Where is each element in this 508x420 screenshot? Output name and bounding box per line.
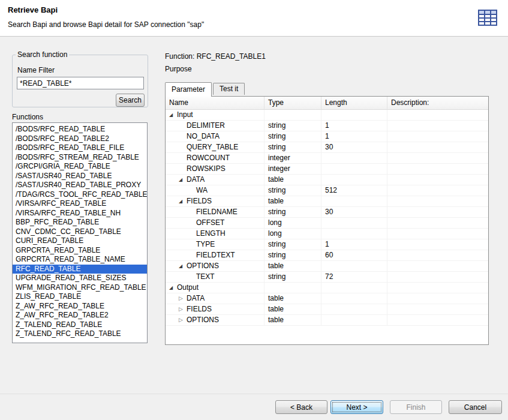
parameter-row[interactable]: OFFSETlong bbox=[166, 218, 488, 229]
parameter-description bbox=[387, 164, 488, 174]
function-list-item-selected[interactable]: RFC_READ_TABLE bbox=[13, 265, 147, 274]
parameter-row[interactable]: DELIMITERstring1 bbox=[166, 121, 488, 131]
function-list-item[interactable]: Z_AW_RFC_READ_TABLE bbox=[13, 302, 147, 311]
parameter-name: FIELDS bbox=[187, 196, 212, 206]
column-header-length[interactable]: Length bbox=[321, 97, 387, 109]
parameter-description bbox=[387, 272, 488, 282]
parameter-description bbox=[387, 293, 488, 304]
function-list-item[interactable]: /SAST/USR40_READ_TABLE_PROXY bbox=[13, 181, 147, 190]
function-list-item[interactable]: WFM_MIGRATION_RFC_READ_TABLE bbox=[13, 283, 147, 293]
parameter-row[interactable]: ▷DATAtable bbox=[166, 293, 488, 304]
function-list-item[interactable]: /BODS/RFC_READ_TABLE_FILE bbox=[13, 143, 147, 153]
parameter-description bbox=[387, 121, 488, 131]
finish-button[interactable]: Finish bbox=[390, 400, 442, 414]
expanded-arrow-icon[interactable]: ◢ bbox=[179, 199, 187, 204]
parameter-row[interactable]: TYPEstring1 bbox=[166, 239, 488, 250]
parameter-row[interactable]: ◢FIELDStable bbox=[166, 196, 488, 207]
function-list-item[interactable]: Z_TALEND_RFC_READ_TABLE bbox=[13, 329, 147, 339]
function-list-item[interactable]: Z_TALEND_READ_TABLE bbox=[13, 320, 147, 330]
back-button[interactable]: < Back bbox=[275, 400, 327, 414]
next-button[interactable]: Next > bbox=[330, 400, 383, 414]
parameter-type: string bbox=[264, 185, 321, 196]
column-header-name[interactable]: Name bbox=[166, 97, 264, 109]
function-list-item[interactable]: GRPCRTA_READ_TABLE_NAME bbox=[13, 255, 147, 265]
function-list-item[interactable]: /SAST/USR40_READ_TABLE bbox=[13, 172, 147, 181]
function-list-item[interactable]: Z_AW_RFC_READ_TABLE2 bbox=[13, 311, 147, 320]
parameter-name: DATA bbox=[187, 175, 205, 185]
parameter-description bbox=[387, 110, 488, 120]
parameter-row[interactable]: ▷FIELDStable bbox=[166, 304, 488, 315]
parameter-length bbox=[321, 229, 387, 239]
parameter-type: long bbox=[264, 218, 321, 228]
column-header-description[interactable]: Description: bbox=[387, 97, 488, 109]
parameter-row[interactable]: LENGTHlong bbox=[166, 229, 488, 239]
function-list-item[interactable]: /BODS/RFC_READ_TABLE2 bbox=[13, 134, 147, 144]
parameter-description bbox=[387, 239, 488, 250]
search-button[interactable]: Search bbox=[116, 94, 145, 107]
function-list-item[interactable]: ZLIS_READ_TABLE bbox=[13, 292, 147, 302]
parameter-row[interactable]: ◢DATAtable bbox=[166, 175, 488, 185]
tab-parameter[interactable]: Parameter bbox=[165, 82, 212, 97]
parameter-row[interactable]: FIELDNAMEstring30 bbox=[166, 207, 488, 218]
search-function-legend: Search function bbox=[16, 50, 69, 59]
parameter-row[interactable]: ROWSKIPSinteger bbox=[166, 164, 488, 175]
parameter-name: FIELDNAME bbox=[196, 207, 238, 217]
function-list-item[interactable]: /VIRSA/RFC_READ_TABLE_NH bbox=[13, 209, 147, 218]
function-list-item[interactable]: /BODS/RFC_STREAM_READ_TABLE bbox=[13, 153, 147, 163]
cancel-button[interactable]: Cancel bbox=[449, 400, 502, 414]
name-filter-input[interactable] bbox=[17, 77, 144, 89]
function-list-item[interactable]: CURI_READ_TABLE bbox=[13, 236, 147, 246]
parameter-type: string bbox=[264, 272, 321, 282]
parameter-description bbox=[387, 175, 488, 185]
parameter-length: 512 bbox=[321, 185, 387, 196]
parameter-length: 72 bbox=[321, 272, 387, 282]
parameter-type: table bbox=[264, 293, 321, 304]
parameter-type: string bbox=[264, 250, 321, 260]
parameter-description bbox=[387, 304, 488, 314]
collapsed-arrow-icon[interactable]: ▷ bbox=[179, 317, 187, 323]
function-list-item[interactable]: /BODS/RFC_READ_TABLE bbox=[13, 125, 147, 134]
parameter-length bbox=[321, 315, 387, 325]
function-list-item[interactable]: /VIRSA/RFC_READ_TABLE bbox=[13, 199, 147, 209]
parameter-row[interactable]: NO_DATAstring1 bbox=[166, 131, 488, 142]
function-list-item[interactable]: GRPCRTA_READ_TABLE bbox=[13, 246, 147, 256]
search-function-group: Search function Name Filter Search bbox=[12, 50, 148, 107]
parameter-description bbox=[387, 283, 488, 293]
parameter-row[interactable]: ◢Input bbox=[166, 110, 488, 121]
parameter-table: Name Type Length Description: ◢InputDELI… bbox=[165, 96, 489, 345]
parameter-description bbox=[387, 153, 488, 163]
tab-test-it[interactable]: Test it bbox=[213, 83, 245, 95]
expanded-arrow-icon[interactable]: ◢ bbox=[169, 286, 177, 290]
parameter-row[interactable]: WAstring512 bbox=[166, 185, 488, 196]
parameter-length bbox=[321, 283, 387, 293]
function-list-item[interactable]: UPGRADE_READ_TABLE_SIZES bbox=[13, 274, 147, 283]
name-filter-label: Name Filter bbox=[17, 66, 55, 74]
function-list-item[interactable]: /TDAG/RCS_TOOL_RFC_READ_TABLE bbox=[13, 190, 147, 200]
parameter-type: table bbox=[264, 196, 321, 206]
parameter-length: 30 bbox=[321, 142, 387, 152]
parameter-row[interactable]: FIELDTEXTstring60 bbox=[166, 250, 488, 261]
parameter-row[interactable]: ◢OPTIONStable bbox=[166, 261, 488, 272]
parameter-description bbox=[387, 185, 488, 196]
parameter-type: string bbox=[264, 131, 321, 142]
expanded-arrow-icon[interactable]: ◢ bbox=[179, 178, 187, 182]
function-list-item[interactable]: BBP_RFC_READ_TABLE bbox=[13, 218, 147, 227]
parameter-row[interactable]: ◢Output bbox=[166, 283, 488, 293]
parameter-row[interactable]: ROWCOUNTinteger bbox=[166, 153, 488, 164]
parameter-row[interactable]: ▷OPTIONStable bbox=[166, 315, 488, 326]
parameter-length bbox=[321, 261, 387, 271]
functions-list[interactable]: /BODS/RFC_READ_TABLE/BODS/RFC_READ_TABLE… bbox=[12, 122, 148, 343]
function-list-item[interactable]: CNV_CDMC_CC_READ_TABLE bbox=[13, 227, 147, 237]
parameter-table-header: Name Type Length Description: bbox=[166, 97, 488, 110]
parameter-name: OPTIONS bbox=[187, 315, 219, 325]
function-list-item[interactable]: /GRCPI/GRIA_READ_TABLE bbox=[13, 162, 147, 172]
purpose-label: Purpose bbox=[165, 65, 192, 73]
parameter-type: table bbox=[264, 175, 321, 185]
parameter-row[interactable]: TEXTstring72 bbox=[166, 272, 488, 283]
column-header-type[interactable]: Type bbox=[264, 97, 321, 109]
expanded-arrow-icon[interactable]: ◢ bbox=[169, 113, 177, 118]
collapsed-arrow-icon[interactable]: ▷ bbox=[179, 307, 187, 312]
expanded-arrow-icon[interactable]: ◢ bbox=[179, 264, 187, 269]
collapsed-arrow-icon[interactable]: ▷ bbox=[179, 296, 187, 301]
parameter-row[interactable]: QUERY_TABLEstring30 bbox=[166, 142, 488, 153]
